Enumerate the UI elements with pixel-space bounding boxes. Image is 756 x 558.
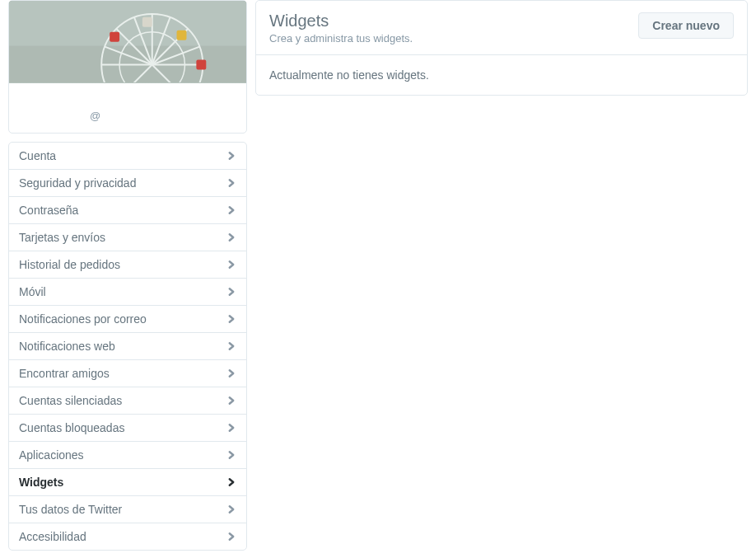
nav-item-encontrar-amigos[interactable]: Encontrar amigos	[9, 360, 246, 387]
page-subtitle: Crea y administra tus widgets.	[269, 32, 413, 45]
nav-item-widgets[interactable]: Widgets	[9, 469, 246, 496]
create-new-button[interactable]: Crear nuevo	[638, 12, 734, 39]
svg-rect-17	[177, 30, 187, 40]
nav-item-seguridad-y-privacidad[interactable]: Seguridad y privacidad	[9, 170, 246, 197]
nav-item-cuentas-bloqueadas[interactable]: Cuentas bloqueadas	[9, 415, 246, 442]
chevron-right-icon	[226, 205, 236, 215]
chevron-right-icon	[226, 287, 236, 297]
main-panel: Widgets Crea y administra tus widgets. C…	[255, 0, 748, 96]
nav-item-label: Aplicaciones	[19, 449, 84, 461]
nav-item-aplicaciones[interactable]: Aplicaciones	[9, 442, 246, 469]
nav-item-label: Notificaciones por correo	[19, 313, 147, 325]
nav-item-historial-de-pedidos[interactable]: Historial de pedidos	[9, 251, 246, 279]
nav-item-label: Historial de pedidos	[19, 259, 120, 270]
nav-item-cuenta[interactable]: Cuenta	[9, 143, 246, 170]
svg-rect-16	[142, 17, 152, 27]
nav-item-label: Notificaciones web	[19, 340, 115, 352]
empty-state-text: Actualmente no tienes widgets.	[269, 68, 734, 82]
chevron-right-icon	[226, 178, 236, 188]
svg-rect-18	[196, 59, 206, 69]
chevron-right-icon	[226, 396, 236, 406]
chevron-right-icon	[226, 450, 236, 460]
chevron-right-icon	[226, 532, 236, 542]
nav-item-cuentas-silenciadas[interactable]: Cuentas silenciadas	[9, 387, 246, 415]
nav-item-label: Cuenta	[19, 150, 56, 162]
nav-item-label: Seguridad y privacidad	[19, 177, 136, 189]
nav-item-movil[interactable]: Móvil	[9, 279, 246, 306]
nav-item-notificaciones-por-correo[interactable]: Notificaciones por correo	[9, 306, 246, 333]
svg-rect-15	[110, 32, 119, 42]
nav-item-accesibilidad[interactable]: Accesibilidad	[9, 523, 246, 550]
nav-item-label: Contraseña	[19, 204, 78, 216]
nav-item-contrasena[interactable]: Contraseña	[9, 197, 246, 224]
chevron-right-icon	[226, 341, 236, 351]
nav-item-tarjetas-y-envios[interactable]: Tarjetas y envíos	[9, 224, 246, 251]
chevron-right-icon	[226, 368, 236, 378]
chevron-right-icon	[226, 423, 236, 433]
chevron-right-icon	[226, 232, 236, 242]
cover-image	[9, 1, 246, 83]
chevron-right-icon	[226, 314, 236, 324]
nav-item-label: Accesibilidad	[19, 531, 86, 542]
nav-item-label: Widgets	[19, 476, 63, 488]
nav-item-notificaciones-web[interactable]: Notificaciones web	[9, 333, 246, 360]
nav-item-label: Tarjetas y envíos	[19, 232, 105, 243]
nav-item-label: Cuentas silenciadas	[19, 395, 122, 406]
nav-item-label: Cuentas bloqueadas	[19, 422, 124, 434]
chevron-right-icon	[226, 504, 236, 514]
nav-item-label: Tus datos de Twitter	[19, 504, 122, 515]
nav-item-label: Encontrar amigos	[19, 368, 110, 379]
chevron-right-icon	[226, 260, 236, 270]
chevron-right-icon	[226, 477, 236, 487]
settings-nav: CuentaSeguridad y privacidadContraseñaTa…	[8, 142, 247, 551]
page-title: Widgets	[269, 11, 413, 30]
profile-card: @	[8, 0, 247, 134]
nav-item-label: Móvil	[19, 286, 46, 298]
nav-item-tus-datos-de-twitter[interactable]: Tus datos de Twitter	[9, 496, 246, 523]
user-handle[interactable]: @	[90, 110, 100, 122]
chevron-right-icon	[226, 151, 236, 161]
